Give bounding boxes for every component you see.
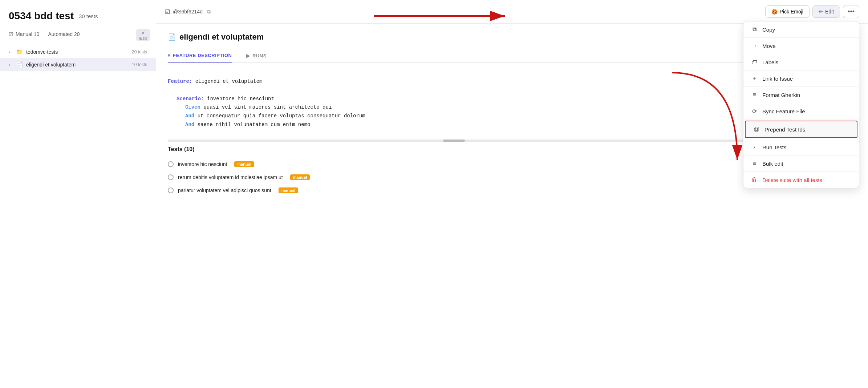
- tab-feature-description[interactable]: ≡ FEATURE DESCRIPTION: [168, 49, 232, 62]
- at-icon: @: [753, 126, 760, 133]
- emoji-icon: 🍪: [771, 9, 778, 15]
- test-radio[interactable]: [168, 187, 174, 193]
- manual-badge: manual: [290, 174, 310, 180]
- tab-manual[interactable]: ☑ Manual 10: [9, 28, 39, 41]
- runs-icon: ▶: [246, 53, 250, 58]
- sidebar-header: 0534 bdd test 30 tests: [0, 0, 156, 28]
- sidebar-title: 0534 bdd test: [9, 10, 74, 22]
- document-icon: 📄: [168, 33, 176, 41]
- test-label: inventore hic nesciunt: [178, 161, 227, 167]
- menu-item-run-tests[interactable]: › Run Tests: [743, 139, 859, 155]
- move-icon: →: [751, 43, 758, 49]
- chevron-right-icon: ›: [9, 62, 13, 67]
- main-area: ☑ @S6bf6214d ⧉ 🍪 Pick Emoji ✏ Edit ••• 📄…: [156, 0, 868, 388]
- more-options-button[interactable]: •••: [843, 5, 859, 18]
- copy-id-button[interactable]: ⧉: [206, 8, 212, 16]
- link-icon: +: [751, 75, 758, 82]
- keyword-and: And: [185, 113, 194, 119]
- menu-item-format-gherkin[interactable]: ≡ Format Gherkin: [743, 87, 859, 103]
- sidebar-tabs: ☑ Manual 10 Automated 20 × [Esc]: [0, 28, 156, 41]
- chevron-right-icon: ›: [9, 50, 13, 54]
- tab-runs[interactable]: ▶ RUNS: [246, 49, 266, 62]
- tree-item-eligendi[interactable]: › 📄 eligendi et voluptatem 10 tests: [0, 58, 156, 71]
- menu-label: Labels: [762, 59, 778, 65]
- keyword-and-2: And: [185, 122, 194, 128]
- test-label: rerum debitis voluptatem id molestiae ip…: [178, 174, 283, 180]
- main-toolbar: ☑ @S6bf6214d ⧉ 🍪 Pick Emoji ✏ Edit •••: [156, 0, 868, 24]
- test-radio[interactable]: [168, 174, 174, 180]
- menu-label: Prepend Test Ids: [764, 126, 805, 133]
- manual-badge: manual: [234, 161, 254, 167]
- menu-label: Delete suite with all tests: [762, 177, 822, 183]
- divider: [743, 120, 859, 120]
- dropdown-menu: ⧉ Copy → Move 🏷 Labels + Link to Issue ≡…: [743, 21, 859, 188]
- tree-item-todomvc[interactable]: › 📁 todomvc-tests 20 tests: [0, 45, 156, 58]
- scrollbar-thumb: [443, 140, 465, 142]
- tree-label: eligendi et voluptatem: [26, 62, 129, 68]
- test-id-text: @S6bf6214d: [173, 9, 203, 15]
- tree-label: todomvc-tests: [26, 49, 129, 55]
- tree-area: › 📁 todomvc-tests 20 tests › 📄 eligendi …: [0, 41, 156, 388]
- delete-icon: 🗑: [751, 177, 758, 183]
- close-icon: ×: [141, 30, 145, 36]
- copy-icon: ⧉: [751, 26, 758, 33]
- test-id-area: ☑ @S6bf6214d ⧉: [165, 8, 762, 16]
- toolbar-right: 🍪 Pick Emoji ✏ Edit •••: [765, 5, 859, 18]
- checklist-icon: ☑: [9, 31, 13, 37]
- menu-label: Move: [762, 43, 776, 49]
- checkbox-icon: ☑: [165, 8, 170, 15]
- bulk-edit-icon: ≡: [751, 160, 758, 167]
- menu-item-sync-feature-file[interactable]: ⟳ Sync Feature File: [743, 103, 859, 120]
- menu-label: Bulk edit: [762, 161, 783, 167]
- menu-item-labels[interactable]: 🏷 Labels: [743, 54, 859, 70]
- menu-label: Copy: [762, 27, 775, 33]
- sync-icon: ⟳: [751, 108, 758, 115]
- menu-item-bulk-edit[interactable]: ≡ Bulk edit: [743, 155, 859, 171]
- menu-item-copy[interactable]: ⧉ Copy: [743, 21, 859, 37]
- menu-label: Format Gherkin: [762, 92, 800, 98]
- esc-badge[interactable]: × [Esc]: [136, 29, 150, 41]
- tree-count: 20 tests: [132, 49, 147, 54]
- file-icon: 📄: [16, 61, 23, 68]
- test-label: pariatur voluptatem vel adipisci quos su…: [178, 187, 271, 193]
- ellipsis-icon: •••: [848, 8, 855, 15]
- edit-icon: ✏: [819, 9, 823, 15]
- menu-label: Run Tests: [762, 144, 786, 150]
- manual-badge: manual: [279, 187, 299, 193]
- folder-icon: 📁: [16, 48, 23, 55]
- keyword-given: Given: [185, 104, 200, 110]
- menu-item-move[interactable]: → Move: [743, 38, 859, 54]
- menu-item-delete-suite[interactable]: 🗑 Delete suite with all tests: [743, 172, 859, 188]
- edit-button[interactable]: ✏ Edit: [812, 5, 840, 18]
- tree-count: 10 tests: [132, 62, 147, 67]
- tests-count: 30 tests: [79, 13, 98, 19]
- pick-emoji-button[interactable]: 🍪 Pick Emoji: [765, 5, 810, 18]
- menu-label: Sync Feature File: [762, 108, 805, 114]
- feature-icon: ≡: [168, 53, 171, 58]
- esc-label: [Esc]: [139, 36, 147, 40]
- menu-item-link-to-issue[interactable]: + Link to Issue: [743, 70, 859, 86]
- menu-item-prepend-test-ids[interactable]: @ Prepend Test Ids: [745, 121, 857, 138]
- menu-label: Link to Issue: [762, 76, 793, 82]
- sidebar: 0534 bdd test 30 tests ☑ Manual 10 Autom…: [0, 0, 156, 388]
- labels-icon: 🏷: [751, 59, 758, 65]
- tab-automated[interactable]: Automated 20: [48, 28, 80, 41]
- test-radio[interactable]: [168, 161, 174, 167]
- format-icon: ≡: [751, 92, 758, 98]
- keyword-scenario: Scenario:: [177, 96, 204, 102]
- run-icon: ›: [751, 144, 758, 150]
- keyword-feature: Feature:: [168, 78, 192, 84]
